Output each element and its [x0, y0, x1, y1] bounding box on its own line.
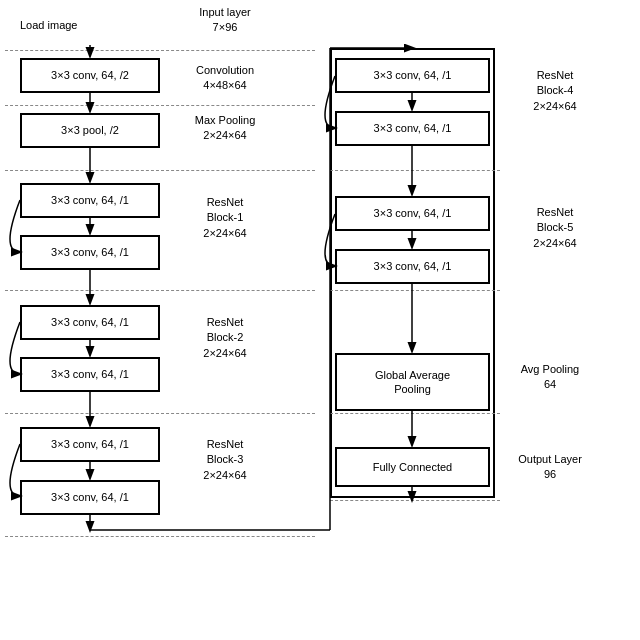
- right-box-global-avg: Global AveragePooling: [335, 353, 490, 411]
- label-resnet-block-4: ResNetBlock-42×24×64: [505, 68, 605, 114]
- left-box-7: 3×3 conv, 64, /1: [20, 427, 160, 462]
- architecture-diagram: Load image 3×3 conv, 64, /2 3×3 pool, /2…: [0, 0, 640, 640]
- dashed-line-6: [5, 536, 315, 537]
- label-resnet-block-1: ResNetBlock-12×24×64: [175, 195, 275, 241]
- label-max-pooling: Max Pooling2×24×64: [175, 113, 275, 144]
- right-box-1: 3×3 conv, 64, /1: [335, 58, 490, 93]
- dashed-line-3: [5, 170, 315, 171]
- dashed-line-r3: [330, 413, 500, 414]
- dashed-line-4: [5, 290, 315, 291]
- load-image-label: Load image: [20, 18, 78, 33]
- right-box-3: 3×3 conv, 64, /1: [335, 196, 490, 231]
- left-box-4: 3×3 conv, 64, /1: [20, 235, 160, 270]
- dashed-line-5: [5, 413, 315, 414]
- label-output-layer: Output Layer96: [505, 452, 595, 483]
- label-resnet-block-2: ResNetBlock-22×24×64: [175, 315, 275, 361]
- dashed-line-r2: [330, 290, 500, 291]
- label-resnet-block-5: ResNetBlock-52×24×64: [505, 205, 605, 251]
- dashed-line-r1: [330, 170, 500, 171]
- left-box-3: 3×3 conv, 64, /1: [20, 183, 160, 218]
- label-resnet-block-3: ResNetBlock-32×24×64: [175, 437, 275, 483]
- left-box-1: 3×3 conv, 64, /2: [20, 58, 160, 93]
- right-box-fully-connected: Fully Connected: [335, 447, 490, 487]
- dashed-line-r4: [330, 500, 500, 501]
- label-avg-pooling: Avg Pooling64: [505, 362, 595, 393]
- left-box-6: 3×3 conv, 64, /1: [20, 357, 160, 392]
- label-input-layer: Input layer7×96: [175, 5, 275, 36]
- right-box-2: 3×3 conv, 64, /1: [335, 111, 490, 146]
- left-box-8: 3×3 conv, 64, /1: [20, 480, 160, 515]
- label-convolution: Convolution4×48×64: [175, 63, 275, 94]
- dashed-line-1: [5, 50, 315, 51]
- right-box-4: 3×3 conv, 64, /1: [335, 249, 490, 284]
- left-box-5: 3×3 conv, 64, /1: [20, 305, 160, 340]
- dashed-line-2: [5, 105, 315, 106]
- left-box-2: 3×3 pool, /2: [20, 113, 160, 148]
